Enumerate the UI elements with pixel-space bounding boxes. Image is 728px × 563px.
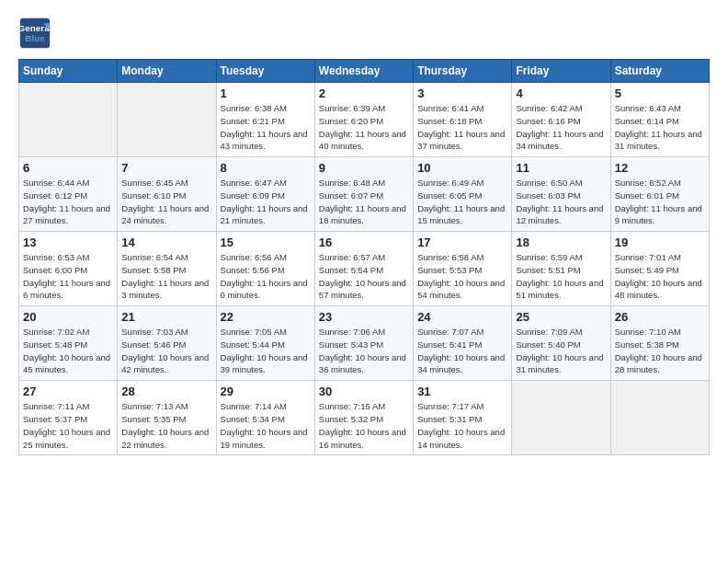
calendar-day-cell: 8Sunrise: 6:47 AM Sunset: 6:09 PM Daylig…: [216, 157, 314, 232]
weekday-header: Saturday: [610, 60, 709, 83]
calendar-day-cell: 30Sunrise: 7:15 AM Sunset: 5:32 PM Dayli…: [314, 381, 413, 455]
day-number: 27: [23, 385, 113, 398]
weekday-header: Tuesday: [216, 60, 314, 83]
calendar-day-cell: 24Sunrise: 7:07 AM Sunset: 5:41 PM Dayli…: [414, 306, 512, 381]
day-info: Sunrise: 6:48 AM Sunset: 6:07 PM Dayligh…: [319, 177, 409, 227]
calendar-day-cell: 12Sunrise: 6:52 AM Sunset: 6:01 PM Dayli…: [610, 157, 709, 232]
calendar-week-row: 27Sunrise: 7:11 AM Sunset: 5:37 PM Dayli…: [19, 381, 710, 455]
day-number: 8: [221, 161, 311, 175]
svg-text:Blue: Blue: [25, 33, 45, 43]
calendar-day-cell: 26Sunrise: 7:10 AM Sunset: 5:38 PM Dayli…: [610, 306, 709, 381]
day-number: 5: [615, 86, 705, 100]
day-info: Sunrise: 6:42 AM Sunset: 6:16 PM Dayligh…: [516, 102, 606, 153]
day-number: 20: [23, 310, 113, 324]
calendar-day-cell: 4Sunrise: 6:42 AM Sunset: 6:16 PM Daylig…: [512, 83, 610, 157]
day-info: Sunrise: 6:53 AM Sunset: 6:00 PM Dayligh…: [23, 251, 113, 302]
calendar-day-cell: 19Sunrise: 7:01 AM Sunset: 5:49 PM Dayli…: [610, 232, 709, 306]
weekday-header: Monday: [118, 60, 216, 83]
calendar-day-cell: 25Sunrise: 7:09 AM Sunset: 5:40 PM Dayli…: [512, 306, 610, 381]
day-number: 31: [417, 385, 507, 398]
calendar-day-cell: 5Sunrise: 6:43 AM Sunset: 6:14 PM Daylig…: [610, 83, 709, 157]
day-info: Sunrise: 6:50 AM Sunset: 6:03 PM Dayligh…: [516, 177, 606, 227]
day-number: 30: [319, 385, 409, 398]
day-number: 18: [516, 236, 606, 249]
day-info: Sunrise: 7:06 AM Sunset: 5:43 PM Dayligh…: [319, 326, 409, 376]
calendar-day-cell: 20Sunrise: 7:02 AM Sunset: 5:48 PM Dayli…: [19, 306, 118, 381]
day-info: Sunrise: 7:14 AM Sunset: 5:34 PM Dayligh…: [221, 400, 311, 451]
calendar-day-cell: 14Sunrise: 6:54 AM Sunset: 5:58 PM Dayli…: [118, 232, 216, 306]
day-number: 17: [417, 236, 507, 249]
day-number: 23: [319, 310, 409, 324]
calendar-day-cell: [118, 83, 216, 157]
day-info: Sunrise: 6:56 AM Sunset: 5:56 PM Dayligh…: [221, 251, 311, 302]
day-number: 2: [319, 86, 409, 100]
day-info: Sunrise: 6:44 AM Sunset: 6:12 PM Dayligh…: [23, 177, 113, 227]
header-row: SundayMondayTuesdayWednesdayThursdayFrid…: [19, 60, 710, 83]
header: General Blue: [18, 17, 710, 50]
day-number: 9: [319, 161, 409, 175]
calendar-day-cell: [19, 83, 118, 157]
day-number: 10: [417, 161, 507, 175]
calendar-day-cell: 18Sunrise: 6:59 AM Sunset: 5:51 PM Dayli…: [512, 232, 610, 306]
calendar-week-row: 1Sunrise: 6:38 AM Sunset: 6:21 PM Daylig…: [19, 83, 710, 157]
day-number: 22: [221, 310, 311, 324]
day-number: 21: [121, 310, 211, 324]
weekday-header: Friday: [512, 60, 610, 83]
calendar-table: SundayMondayTuesdayWednesdayThursdayFrid…: [18, 59, 710, 455]
calendar-day-cell: 29Sunrise: 7:14 AM Sunset: 5:34 PM Dayli…: [216, 381, 314, 455]
day-info: Sunrise: 6:41 AM Sunset: 6:18 PM Dayligh…: [417, 102, 507, 153]
day-number: 13: [23, 236, 113, 249]
calendar-day-cell: 21Sunrise: 7:03 AM Sunset: 5:46 PM Dayli…: [118, 306, 216, 381]
day-number: 25: [516, 310, 606, 324]
day-number: 26: [615, 310, 705, 324]
calendar-day-cell: 17Sunrise: 6:58 AM Sunset: 5:53 PM Dayli…: [414, 232, 512, 306]
calendar-day-cell: 22Sunrise: 7:05 AM Sunset: 5:44 PM Dayli…: [216, 306, 314, 381]
day-number: 24: [417, 310, 507, 324]
calendar-day-cell: 10Sunrise: 6:49 AM Sunset: 6:05 PM Dayli…: [414, 157, 512, 232]
logo-icon: General Blue: [18, 17, 51, 50]
calendar-week-row: 6Sunrise: 6:44 AM Sunset: 6:12 PM Daylig…: [19, 157, 710, 232]
day-number: 3: [417, 86, 507, 100]
calendar-day-cell: 15Sunrise: 6:56 AM Sunset: 5:56 PM Dayli…: [216, 232, 314, 306]
day-info: Sunrise: 7:17 AM Sunset: 5:31 PM Dayligh…: [417, 400, 507, 451]
day-info: Sunrise: 7:07 AM Sunset: 5:41 PM Dayligh…: [417, 326, 507, 376]
calendar-week-row: 20Sunrise: 7:02 AM Sunset: 5:48 PM Dayli…: [19, 306, 710, 381]
day-info: Sunrise: 7:03 AM Sunset: 5:46 PM Dayligh…: [121, 326, 211, 376]
day-info: Sunrise: 7:09 AM Sunset: 5:40 PM Dayligh…: [516, 326, 606, 376]
day-info: Sunrise: 6:58 AM Sunset: 5:53 PM Dayligh…: [417, 251, 507, 302]
calendar-week-row: 13Sunrise: 6:53 AM Sunset: 6:00 PM Dayli…: [19, 232, 710, 306]
day-info: Sunrise: 7:11 AM Sunset: 5:37 PM Dayligh…: [23, 400, 113, 451]
day-info: Sunrise: 6:38 AM Sunset: 6:21 PM Dayligh…: [221, 102, 311, 153]
day-number: 12: [615, 161, 705, 175]
day-info: Sunrise: 6:45 AM Sunset: 6:10 PM Dayligh…: [121, 177, 211, 227]
day-info: Sunrise: 7:15 AM Sunset: 5:32 PM Dayligh…: [319, 400, 409, 451]
day-number: 15: [221, 236, 311, 249]
day-info: Sunrise: 7:10 AM Sunset: 5:38 PM Dayligh…: [615, 326, 705, 376]
day-number: 28: [121, 385, 211, 398]
calendar-day-cell: [610, 381, 709, 455]
calendar-day-cell: 23Sunrise: 7:06 AM Sunset: 5:43 PM Dayli…: [314, 306, 413, 381]
day-info: Sunrise: 7:01 AM Sunset: 5:49 PM Dayligh…: [615, 251, 705, 302]
calendar-day-cell: 3Sunrise: 6:41 AM Sunset: 6:18 PM Daylig…: [414, 83, 512, 157]
day-info: Sunrise: 7:13 AM Sunset: 5:35 PM Dayligh…: [121, 400, 211, 451]
calendar-day-cell: 2Sunrise: 6:39 AM Sunset: 6:20 PM Daylig…: [314, 83, 413, 157]
day-info: Sunrise: 6:49 AM Sunset: 6:05 PM Dayligh…: [417, 177, 507, 227]
calendar-day-cell: [512, 381, 610, 455]
day-number: 29: [221, 385, 311, 398]
day-info: Sunrise: 6:39 AM Sunset: 6:20 PM Dayligh…: [319, 102, 409, 153]
day-number: 19: [615, 236, 705, 249]
calendar-day-cell: 27Sunrise: 7:11 AM Sunset: 5:37 PM Dayli…: [19, 381, 118, 455]
calendar-day-cell: 16Sunrise: 6:57 AM Sunset: 5:54 PM Dayli…: [314, 232, 413, 306]
weekday-header: Sunday: [19, 60, 118, 83]
day-number: 11: [516, 161, 606, 175]
day-info: Sunrise: 6:57 AM Sunset: 5:54 PM Dayligh…: [319, 251, 409, 302]
logo: General Blue: [18, 17, 51, 50]
calendar-day-cell: 31Sunrise: 7:17 AM Sunset: 5:31 PM Dayli…: [414, 381, 512, 455]
calendar-day-cell: 7Sunrise: 6:45 AM Sunset: 6:10 PM Daylig…: [118, 157, 216, 232]
weekday-header: Wednesday: [314, 60, 413, 83]
calendar-day-cell: 28Sunrise: 7:13 AM Sunset: 5:35 PM Dayli…: [118, 381, 216, 455]
calendar-day-cell: 13Sunrise: 6:53 AM Sunset: 6:00 PM Dayli…: [19, 232, 118, 306]
calendar-day-cell: 1Sunrise: 6:38 AM Sunset: 6:21 PM Daylig…: [216, 83, 314, 157]
day-info: Sunrise: 6:52 AM Sunset: 6:01 PM Dayligh…: [615, 177, 705, 227]
day-number: 16: [319, 236, 409, 249]
